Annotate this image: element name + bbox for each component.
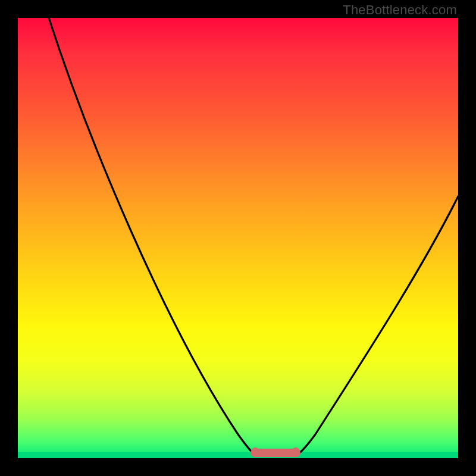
watermark-text: TheBottleneck.com [343, 2, 457, 18]
chart-frame: TheBottleneck.com [0, 0, 476, 476]
bottleneck-curve [18, 18, 458, 458]
flat-min-end-left [251, 447, 259, 456]
curve-path [49, 18, 458, 455]
flat-min-end-right [292, 447, 300, 456]
plot-area [18, 18, 458, 458]
